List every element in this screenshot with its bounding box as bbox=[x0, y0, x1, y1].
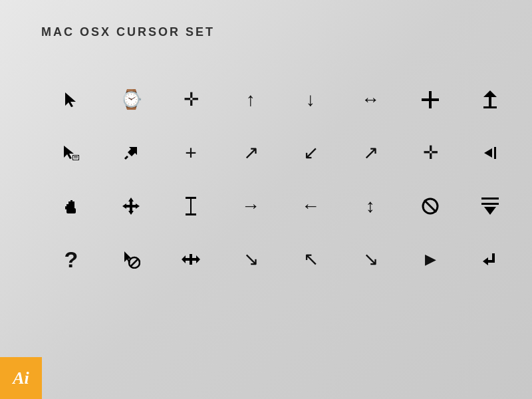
svg-rect-39 bbox=[190, 254, 192, 265]
arrow-ne-icon bbox=[124, 146, 138, 160]
hand-icon bbox=[64, 198, 78, 215]
cross-4-icon bbox=[422, 91, 439, 108]
arrow-bar-icon bbox=[483, 146, 497, 160]
cell-arrow-down: ↓ bbox=[281, 73, 340, 126]
arrow-down-icon: ↓ bbox=[306, 90, 315, 109]
arrow-doc-icon bbox=[63, 144, 80, 162]
cell-ibeam bbox=[161, 180, 221, 233]
cell-arrow-right: → bbox=[221, 180, 281, 233]
arrow-up-bar-icon bbox=[483, 90, 497, 109]
cell-arrow-sw: ↙ bbox=[281, 126, 340, 180]
cell-arrow-nw: ↖ bbox=[281, 233, 340, 286]
svg-marker-35 bbox=[124, 251, 132, 263]
cell-arrow-se: ↘ bbox=[221, 233, 281, 286]
arrow-ne2-icon: ↗ bbox=[243, 144, 259, 162]
cursor-grid: ⌚ ✛ ↑ ↓ ↔ bbox=[41, 73, 520, 286]
svg-rect-29 bbox=[190, 199, 192, 213]
arrow-lr-icon: ↔ bbox=[361, 90, 380, 109]
move4-icon: ✛ bbox=[423, 144, 438, 162]
svg-marker-18 bbox=[484, 148, 492, 158]
arrow-nw-icon: ↖ bbox=[303, 250, 319, 269]
play-icon: ▶ bbox=[425, 252, 436, 267]
svg-rect-33 bbox=[481, 198, 499, 200]
updown-icon: ↕ bbox=[366, 197, 375, 215]
cell-cursor-no bbox=[101, 233, 161, 286]
ibeam-icon bbox=[186, 197, 196, 215]
cell-default-arrow bbox=[41, 73, 101, 126]
cell-arrow-ne bbox=[101, 126, 161, 180]
cell-resize-h bbox=[161, 233, 221, 286]
arrow-up-icon: ↑ bbox=[246, 90, 255, 109]
cell-play: ▶ bbox=[400, 233, 460, 286]
svg-marker-9 bbox=[483, 90, 497, 97]
svg-marker-26 bbox=[122, 198, 140, 215]
arrow-sw-icon: ↙ bbox=[303, 144, 319, 162]
svg-line-37 bbox=[131, 259, 138, 267]
cell-move4: ✛ bbox=[400, 126, 460, 180]
move-cross-icon bbox=[122, 198, 140, 215]
cell-cross-4 bbox=[400, 73, 460, 126]
no-sign-icon bbox=[422, 198, 439, 215]
svg-marker-15 bbox=[128, 147, 137, 156]
arrow-se-icon: ↘ bbox=[243, 250, 259, 269]
cell-arrow-down-bar bbox=[460, 180, 520, 233]
cell-return bbox=[460, 233, 520, 286]
svg-rect-20 bbox=[70, 200, 72, 209]
cell-move-cross bbox=[101, 180, 161, 233]
crosshair-icon: ✛ bbox=[184, 90, 199, 109]
cell-arrow-lr: ↔ bbox=[340, 73, 400, 126]
cell-question: ? bbox=[41, 233, 101, 286]
cell-watch: ⌚ bbox=[101, 73, 161, 126]
svg-line-31 bbox=[424, 200, 436, 212]
svg-rect-25 bbox=[66, 204, 68, 208]
cell-arrow-ne2: ↗ bbox=[221, 126, 281, 180]
svg-rect-7 bbox=[483, 106, 497, 108]
svg-marker-42 bbox=[483, 257, 488, 265]
resize-h-icon bbox=[182, 254, 200, 265]
question-icon: ? bbox=[65, 248, 78, 271]
cell-arrow-nese: ↗ bbox=[340, 126, 400, 180]
cell-plus: + bbox=[161, 126, 221, 180]
svg-rect-40 bbox=[492, 253, 495, 263]
svg-rect-32 bbox=[481, 203, 499, 205]
return-icon bbox=[483, 252, 497, 267]
cell-arrow-left: ← bbox=[281, 180, 340, 233]
cell-hand bbox=[41, 180, 101, 233]
cell-arrow-se2: ↘ bbox=[340, 233, 400, 286]
svg-marker-10 bbox=[64, 146, 74, 159]
svg-marker-0 bbox=[65, 92, 76, 107]
cell-arrow-bar bbox=[460, 126, 520, 180]
page-title: MAC OSX CURSOR SET bbox=[41, 25, 215, 39]
svg-rect-24 bbox=[65, 206, 66, 209]
ai-text: Ai bbox=[13, 368, 29, 388]
cell-arrow-up: ↑ bbox=[221, 73, 281, 126]
ai-badge: Ai bbox=[0, 357, 42, 399]
plus-icon: + bbox=[185, 143, 197, 163]
cell-crosshair: ✛ bbox=[161, 73, 221, 126]
cursor-no-icon bbox=[122, 250, 140, 269]
cell-no-sign bbox=[400, 180, 460, 233]
svg-rect-23 bbox=[66, 208, 76, 213]
watch-icon: ⌚ bbox=[120, 90, 143, 109]
arrow-down-bar-icon bbox=[481, 198, 499, 215]
svg-rect-17 bbox=[494, 147, 496, 159]
svg-line-16 bbox=[125, 156, 128, 159]
cell-updown: ↕ bbox=[340, 180, 400, 233]
arrow-se2-icon: ↘ bbox=[363, 250, 378, 269]
svg-marker-34 bbox=[484, 207, 496, 215]
arrow-right-icon: → bbox=[241, 197, 260, 215]
arrow-nese-icon: ↗ bbox=[363, 144, 378, 162]
svg-rect-13 bbox=[74, 156, 78, 157]
svg-rect-14 bbox=[74, 158, 78, 158]
cell-arrow-up-bar bbox=[460, 73, 520, 126]
cell-arrow-doc bbox=[41, 126, 101, 180]
svg-rect-28 bbox=[186, 213, 196, 215]
svg-rect-27 bbox=[186, 197, 196, 199]
arrow-left-icon: ← bbox=[301, 197, 320, 215]
